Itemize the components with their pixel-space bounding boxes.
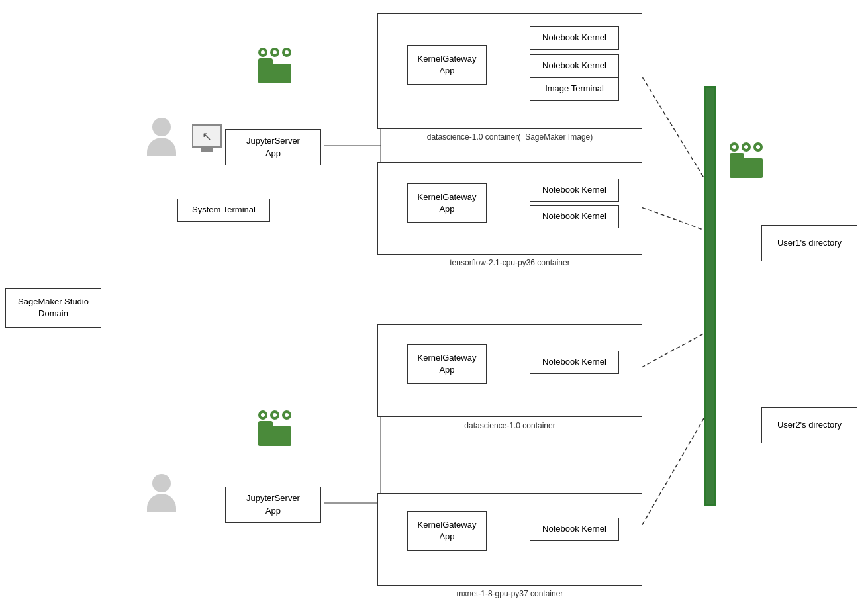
jupyter-server-app-1: JupyterServer App <box>225 129 321 165</box>
gear-efs-3 <box>753 142 763 152</box>
screen-terminal-icon: ↖ <box>192 124 222 148</box>
user2-head <box>152 474 171 492</box>
gear-folder-icon-efs <box>730 142 763 178</box>
folder-body-efs <box>730 158 763 178</box>
container-4-label: mxnet-1-8-gpu-py37 container <box>377 589 642 598</box>
svg-line-0 <box>636 66 708 185</box>
container-1-label: datascience-1.0 container(=SageMaker Ima… <box>377 132 642 142</box>
sagemaker-domain-box: SageMaker Studio Domain <box>5 288 101 328</box>
gear-2 <box>270 48 279 57</box>
user2-body <box>147 494 176 512</box>
image-terminal-box: Image Terminal <box>530 77 619 101</box>
folder-body-1 <box>258 64 291 83</box>
container-3-label: datascience-1.0 container <box>377 421 642 430</box>
notebook-kernel-6: Notebook Kernel <box>530 518 619 541</box>
user2-icon <box>147 474 176 512</box>
cursor-icon: ↖ <box>202 129 212 144</box>
notebook-kernel-4: Notebook Kernel <box>530 205 619 228</box>
gear-folder-icon-2 <box>258 410 291 446</box>
user2-directory-box: User2's directory <box>761 407 857 443</box>
gear-1 <box>258 48 267 57</box>
jupyter-server-app-2: JupyterServer App <box>225 487 321 523</box>
notebook-kernel-3: Notebook Kernel <box>530 179 619 202</box>
notebook-kernel-2: Notebook Kernel <box>530 54 619 77</box>
notebook-kernel-1: Notebook Kernel <box>530 26 619 50</box>
kernel-gateway-app-4: KernelGateway App <box>407 511 487 551</box>
user1-head <box>152 118 171 136</box>
gear-efs-2 <box>742 142 751 152</box>
svg-line-2 <box>636 331 708 371</box>
gear-3 <box>282 48 291 57</box>
user1-body <box>147 138 176 156</box>
user1-directory-box: User1's directory <box>761 225 857 261</box>
gear-6 <box>282 410 291 420</box>
kernel-gateway-app-3: KernelGateway App <box>407 344 487 384</box>
folder-icon-1 <box>258 58 291 83</box>
folder-body-2 <box>258 426 291 446</box>
svg-line-3 <box>636 410 708 536</box>
notebook-kernel-5: Notebook Kernel <box>530 351 619 374</box>
gear-row-efs <box>730 142 763 152</box>
gear-row-2 <box>258 410 291 420</box>
efs-storage-box <box>704 86 716 506</box>
gear-efs-1 <box>730 142 739 152</box>
svg-line-1 <box>636 205 708 232</box>
user1-icon <box>147 118 176 156</box>
kernel-gateway-app-2: KernelGateway App <box>407 183 487 223</box>
diagram-container: SageMaker Studio Domain ↖ JupyterServer … <box>0 0 868 603</box>
gear-folder-icon-1 <box>258 48 291 83</box>
folder-icon-efs <box>730 153 763 178</box>
gear-5 <box>270 410 279 420</box>
gear-4 <box>258 410 267 420</box>
kernel-gateway-app-1: KernelGateway App <box>407 45 487 85</box>
container-2-label: tensorflow-2.1-cpu-py36 container <box>377 258 642 267</box>
system-terminal-box: System Terminal <box>177 199 270 222</box>
folder-icon-2 <box>258 421 291 446</box>
gear-row-1 <box>258 48 291 57</box>
